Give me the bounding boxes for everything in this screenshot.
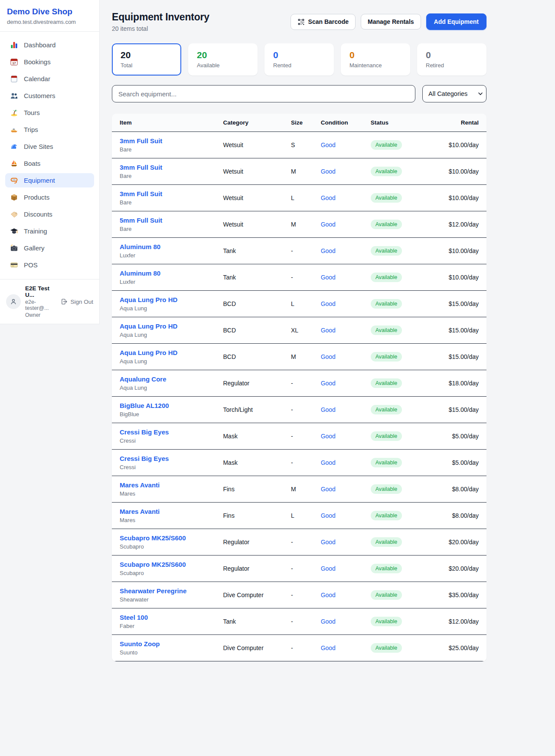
item-name-link[interactable]: Mares Avanti bbox=[120, 508, 160, 515]
stat-card-retired[interactable]: 0 Retired bbox=[417, 43, 486, 76]
item-name-link[interactable]: Aluminum 80 bbox=[120, 270, 160, 277]
item-condition-link[interactable]: Good bbox=[321, 565, 336, 572]
scan-barcode-button[interactable]: Scan Barcode bbox=[291, 14, 356, 30]
item-condition-link[interactable]: Good bbox=[321, 406, 336, 413]
item-condition-link[interactable]: Good bbox=[321, 512, 336, 519]
sidebar-item-dashboard[interactable]: Dashboard bbox=[5, 38, 94, 52]
item-name-link[interactable]: Aqua Lung Pro HD bbox=[120, 296, 177, 303]
item-condition-link[interactable]: Good bbox=[321, 433, 336, 440]
item-name-link[interactable]: Shearwater Peregrine bbox=[120, 587, 186, 595]
item-name-link[interactable]: Aqualung Core bbox=[120, 375, 166, 383]
items-total-count: 20 items total bbox=[112, 25, 209, 32]
condition-cell: Good bbox=[321, 247, 371, 255]
item-condition-link[interactable]: Good bbox=[321, 459, 336, 466]
column-header-item: Item bbox=[120, 119, 223, 126]
sidebar-item-equipment[interactable]: Equipment bbox=[5, 173, 94, 187]
item-name-link[interactable]: 3mm Full Suit bbox=[120, 164, 162, 171]
item-condition-link[interactable]: Good bbox=[321, 274, 336, 281]
sidebar-item-training[interactable]: Training bbox=[5, 224, 94, 238]
user-box: E2E Test U... e2e-tester@... Owner Sign … bbox=[0, 279, 99, 324]
item-condition-link[interactable]: Good bbox=[321, 300, 336, 307]
item-cell: Aqua Lung Pro HD Aqua Lung bbox=[120, 349, 223, 365]
item-brand: Bare bbox=[120, 226, 223, 232]
item-condition-link[interactable]: Good bbox=[321, 644, 336, 651]
item-category: Dive Computer bbox=[223, 592, 291, 598]
stat-card-maintenance[interactable]: 0 Maintenance bbox=[341, 43, 410, 76]
item-name-link[interactable]: 5mm Full Suit bbox=[120, 217, 162, 224]
stat-card-total[interactable]: 20 Total bbox=[112, 43, 181, 76]
category-filter-select[interactable]: All Categories bbox=[422, 85, 486, 102]
sidebar-item-discounts[interactable]: Discounts bbox=[5, 207, 94, 221]
status-badge: Available bbox=[371, 458, 402, 467]
item-condition-link[interactable]: Good bbox=[321, 592, 336, 598]
item-rental: $8.00/day bbox=[430, 512, 479, 519]
sidebar-item-gallery[interactable]: Gallery bbox=[5, 241, 94, 255]
status-badge: Available bbox=[371, 273, 402, 282]
item-condition-link[interactable]: Good bbox=[321, 247, 336, 254]
user-meta: E2E Test U... e2e-tester@... Owner bbox=[25, 285, 56, 318]
item-cell: Suunto Zoop Suunto bbox=[120, 640, 223, 656]
sidebar-item-bookings[interactable]: 17 Bookings bbox=[5, 55, 94, 69]
item-name-link[interactable]: Scubapro MK25/S600 bbox=[120, 534, 186, 542]
item-cell: Aluminum 80 Luxfer bbox=[120, 270, 223, 285]
item-name-link[interactable]: Aqua Lung Pro HD bbox=[120, 322, 177, 330]
sidebar-item-dive-sites[interactable]: Dive Sites bbox=[5, 139, 94, 154]
item-name-link[interactable]: Steel 100 bbox=[120, 614, 148, 621]
stat-card-rented[interactable]: 0 Rented bbox=[264, 43, 334, 76]
item-name-link[interactable]: Aluminum 80 bbox=[120, 243, 160, 250]
item-name-link[interactable]: Mares Avanti bbox=[120, 481, 160, 489]
item-condition-link[interactable]: Good bbox=[321, 141, 336, 148]
item-brand: Bare bbox=[120, 173, 223, 179]
sign-out-button[interactable]: Sign Out bbox=[61, 298, 93, 305]
item-cell: Mares Avanti Mares bbox=[120, 508, 223, 523]
item-category: Mask bbox=[223, 459, 291, 466]
item-condition-link[interactable]: Good bbox=[321, 194, 336, 201]
item-name-link[interactable]: 3mm Full Suit bbox=[120, 190, 162, 197]
item-name-link[interactable]: 3mm Full Suit bbox=[120, 137, 162, 145]
manage-rentals-button[interactable]: Manage Rentals bbox=[361, 14, 421, 30]
item-name-link[interactable]: BigBlue AL1200 bbox=[120, 402, 169, 409]
item-name-link[interactable]: Cressi Big Eyes bbox=[120, 428, 169, 436]
item-condition-link[interactable]: Good bbox=[321, 168, 336, 175]
item-condition-link[interactable]: Good bbox=[321, 486, 336, 493]
status-cell: Available bbox=[371, 458, 430, 467]
sidebar-item-products[interactable]: Products bbox=[5, 190, 94, 204]
search-input[interactable] bbox=[112, 85, 415, 102]
item-brand: Aqua Lung bbox=[120, 305, 223, 312]
sidebar-item-calendar[interactable]: Calendar bbox=[5, 72, 94, 86]
status-badge: Available bbox=[371, 484, 402, 494]
add-equipment-label: Add Equipment bbox=[434, 18, 479, 25]
sidebar-item-trips[interactable]: Trips bbox=[5, 122, 94, 137]
sidebar-item-pos[interactable]: POS bbox=[5, 258, 94, 272]
item-category: Fins bbox=[223, 486, 291, 493]
add-equipment-button[interactable]: Add Equipment bbox=[426, 13, 486, 30]
sidebar-item-customers[interactable]: Customers bbox=[5, 89, 94, 103]
item-name-link[interactable]: Scubapro MK25/S600 bbox=[120, 561, 186, 568]
sidebar-item-tours[interactable]: Tours bbox=[5, 105, 94, 120]
item-condition-link[interactable]: Good bbox=[321, 618, 336, 625]
condition-cell: Good bbox=[321, 538, 371, 546]
item-condition-link[interactable]: Good bbox=[321, 539, 336, 546]
item-condition-link[interactable]: Good bbox=[321, 221, 336, 228]
item-category: Dive Computer bbox=[223, 644, 291, 651]
pos-icon bbox=[10, 261, 18, 269]
item-condition-link[interactable]: Good bbox=[321, 353, 336, 360]
stat-value: 20 bbox=[197, 50, 249, 60]
item-name-link[interactable]: Suunto Zoop bbox=[120, 640, 160, 648]
item-cell: Cressi Big Eyes Cressi bbox=[120, 455, 223, 470]
item-condition-link[interactable]: Good bbox=[321, 380, 336, 387]
equipment-icon bbox=[10, 176, 18, 184]
status-badge: Available bbox=[371, 325, 402, 335]
item-rental: $10.00/day bbox=[430, 194, 479, 201]
item-cell: Shearwater Peregrine Shearwater bbox=[120, 587, 223, 603]
item-brand: Bare bbox=[120, 146, 223, 153]
stat-value: 0 bbox=[426, 50, 478, 60]
status-cell: Available bbox=[371, 564, 430, 573]
item-condition-link[interactable]: Good bbox=[321, 327, 336, 334]
item-brand: Cressi bbox=[120, 464, 223, 470]
item-name-link[interactable]: Cressi Big Eyes bbox=[120, 455, 169, 462]
item-rental: $15.00/day bbox=[430, 327, 479, 334]
item-name-link[interactable]: Aqua Lung Pro HD bbox=[120, 349, 177, 356]
sidebar-item-boats[interactable]: Boats bbox=[5, 156, 94, 171]
stat-card-available[interactable]: 20 Available bbox=[188, 43, 258, 76]
